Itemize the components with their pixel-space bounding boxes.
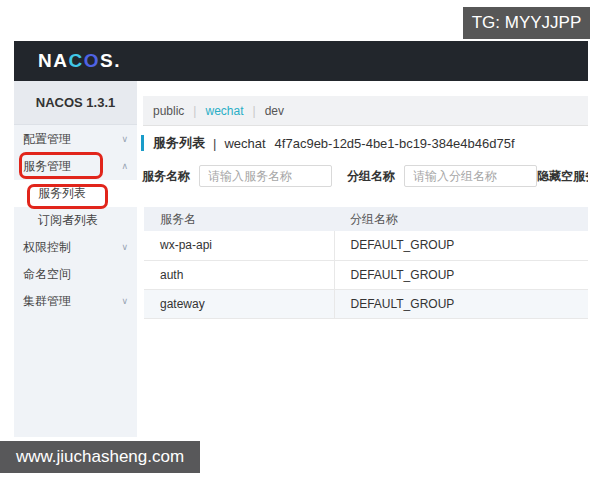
table-row[interactable]: wx-pa-api DEFAULT_GROUP (144, 231, 588, 260)
service-name-input[interactable] (199, 165, 332, 187)
title-separator: | (213, 136, 216, 151)
tab-divider: | (193, 104, 196, 118)
nacos-version-label: NACOS 1.3.1 (36, 95, 115, 110)
service-name-label: 服务名称 (142, 168, 190, 185)
nacos-logo[interactable]: NACOS. (38, 50, 121, 72)
tg-contact-text: TG: MYYJJPP (472, 13, 582, 33)
group-name-cell: DEFAULT_GROUP (334, 231, 588, 260)
sidebar-menu: 配置管理 ∨ 服务管理 ∧ 服务列表 订阅者列表 权限控制 (14, 125, 137, 315)
tg-contact-badge: TG: MYYJJPP (463, 7, 590, 39)
tab-divider: | (253, 104, 256, 118)
sidebar-version-header: NACOS 1.3.1 (14, 81, 137, 125)
sidebar-item-subscriber-list[interactable]: 订阅者列表 (14, 207, 137, 234)
namespace-id: 4f7ac9eb-12d5-4be1-bc19-384e4b46d75f (275, 136, 515, 151)
main-content: public | wechat | dev 服务列表 | wechat 4f7a… (137, 81, 588, 437)
service-name-cell[interactable]: auth (144, 260, 334, 289)
namespace-tab-dev[interactable]: dev (265, 104, 284, 118)
namespace-tab-public[interactable]: public (153, 104, 184, 118)
sidebar-item-permission-control[interactable]: 权限控制 ∨ (14, 234, 137, 261)
table-row[interactable]: gateway DEFAULT_GROUP (144, 289, 588, 318)
page-title: 服务列表 (153, 134, 205, 152)
nacos-console-window: NACOS. NACOS 1.3.1 配置管理 ∨ 服务管理 ∧ (14, 41, 588, 437)
sidebar-item-cluster-management[interactable]: 集群管理 ∨ (14, 288, 137, 315)
chevron-down-icon[interactable]: ∨ (121, 126, 128, 153)
chevron-up-icon[interactable]: ∧ (121, 153, 128, 180)
hide-empty-service-label: 隐藏空服务: (537, 168, 588, 185)
filter-toolbar: 服务名称 分组名称 隐藏空服务: (142, 165, 588, 187)
group-name-label: 分组名称 (347, 168, 395, 185)
current-namespace: wechat (224, 136, 265, 151)
column-header-group-name: 分组名称 (334, 207, 588, 231)
sidebar-item-service-management[interactable]: 服务管理 ∧ (14, 153, 137, 180)
service-name-cell[interactable]: wx-pa-api (144, 231, 334, 260)
top-navbar: NACOS. (14, 41, 588, 81)
page-header: 服务列表 | wechat 4f7ac9eb-12d5-4be1-bc19-38… (141, 134, 588, 152)
namespace-tabbar: public | wechat | dev (143, 96, 588, 126)
sidebar: NACOS 1.3.1 配置管理 ∨ 服务管理 ∧ 服务列表 订阅 (14, 81, 137, 437)
column-header-service-name: 服务名 (144, 207, 334, 231)
table-header-row: 服务名 分组名称 (144, 207, 588, 231)
watermark-badge: www.jiuchasheng.com (0, 441, 200, 473)
service-table: 服务名 分组名称 wx-pa-api DEFAULT_GROUP auth DE… (144, 207, 588, 319)
sidebar-item-service-list[interactable]: 服务列表 (14, 180, 137, 207)
sidebar-item-config-management[interactable]: 配置管理 ∨ (14, 126, 137, 153)
chevron-down-icon[interactable]: ∨ (121, 288, 128, 315)
group-name-cell: DEFAULT_GROUP (334, 260, 588, 289)
sidebar-item-namespace[interactable]: 命名空间 (14, 261, 137, 288)
group-name-cell: DEFAULT_GROUP (334, 289, 588, 318)
watermark-text: www.jiuchasheng.com (16, 447, 184, 467)
title-accent-bar (141, 135, 144, 151)
service-name-cell[interactable]: gateway (144, 289, 334, 318)
chevron-down-icon[interactable]: ∨ (121, 234, 128, 261)
screenshot-page: TG: MYYJJPP www.jiuchasheng.com NACOS. N… (0, 0, 600, 480)
table-row[interactable]: auth DEFAULT_GROUP (144, 260, 588, 289)
namespace-tab-wechat[interactable]: wechat (205, 104, 243, 118)
group-name-input[interactable] (404, 165, 537, 187)
